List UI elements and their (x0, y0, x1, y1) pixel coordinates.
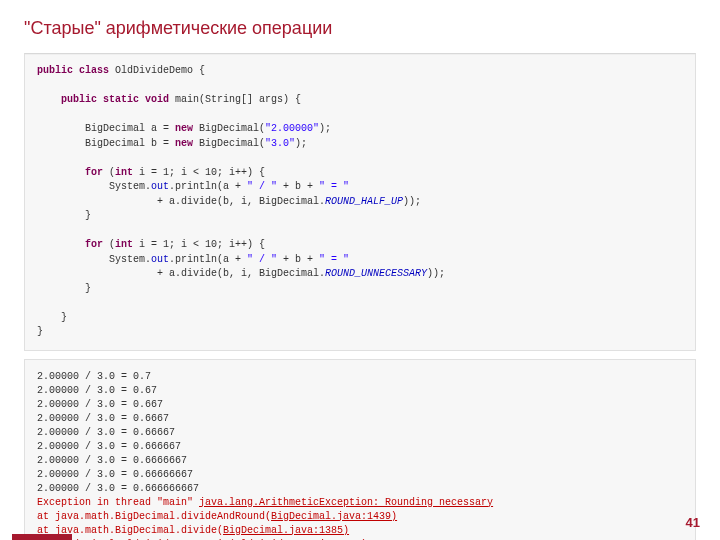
output-line: 2.00000 / 3.0 = 0.66667 (37, 427, 175, 438)
code-token: + a.divide(b, i, BigDecimal. (37, 268, 325, 279)
err-link: java.lang.ArithmeticException (199, 497, 373, 508)
code-token: ); (319, 123, 331, 134)
code-token: BigDecimal( (193, 138, 265, 149)
code-token: class (73, 65, 109, 76)
output-line: 2.00000 / 3.0 = 0.7 (37, 371, 151, 382)
code-token: i = 1; i < 10; i++) { (133, 167, 265, 178)
output-line: 2.00000 / 3.0 = 0.67 (37, 385, 157, 396)
code-token: for (85, 239, 103, 250)
page-number: 41 (686, 515, 700, 530)
code-token: )); (403, 196, 421, 207)
code-token: ( (103, 167, 115, 178)
code-token: System. (109, 254, 151, 265)
code-token: ); (295, 138, 307, 149)
code-token: static (97, 94, 139, 105)
output-line: 2.00000 / 3.0 = 0.6666667 (37, 455, 187, 466)
footer-accent (12, 534, 72, 540)
code-token: " = " (319, 254, 349, 265)
code-token: void (139, 94, 169, 105)
code-token: OldDivideDemo { (109, 65, 205, 76)
code-token: )); (427, 268, 445, 279)
code-token: + a.divide(b, i, BigDecimal. (37, 196, 325, 207)
code-token: } (61, 312, 67, 323)
code-token: i = 1; i < 10; i++) { (133, 239, 265, 250)
stack-line: at java.math.BigDecimal.divideAndRound(B… (37, 511, 397, 522)
output-line: 2.00000 / 3.0 = 0.666666667 (37, 483, 199, 494)
output-line: 2.00000 / 3.0 = 0.6667 (37, 413, 169, 424)
code-token: " / " (247, 181, 277, 192)
output-line: 2.00000 / 3.0 = 0.66666667 (37, 469, 193, 480)
code-token: for (85, 167, 103, 178)
code-token: BigDecimal b = (85, 138, 175, 149)
err-link: BigDecimal.java:1439) (271, 511, 397, 522)
code-token: BigDecimal a = (85, 123, 175, 134)
code-token: } (37, 326, 43, 337)
code-block: public class OldDivideDemo { public stat… (24, 53, 696, 351)
output-block: 2.00000 / 3.0 = 0.7 2.00000 / 3.0 = 0.67… (24, 359, 696, 541)
code-token: BigDecimal( (193, 123, 265, 134)
stack-line: at java.math.BigDecimal.divide(BigDecima… (37, 525, 349, 536)
code-token: "2.00000" (265, 123, 319, 134)
err-text: at java.math.BigDecimal.divideAndRound( (37, 511, 271, 522)
code-token: main(String[] args) { (169, 94, 301, 105)
err-text: : Rounding necessary (373, 497, 493, 508)
code-token: new (175, 138, 193, 149)
code-token: public (61, 94, 97, 105)
code-token: int (115, 167, 133, 178)
code-token: + b + (277, 254, 319, 265)
code-token: ROUND_UNNECESSARY (325, 268, 427, 279)
exception-line: Exception in thread "main" java.lang.Ari… (37, 497, 493, 508)
code-token: ROUND_HALF_UP (325, 196, 403, 207)
code-token: + b + (277, 181, 319, 192)
code-token: " = " (319, 181, 349, 192)
code-token: out (151, 181, 169, 192)
code-token: public (37, 65, 73, 76)
output-line: 2.00000 / 3.0 = 0.667 (37, 399, 163, 410)
code-token: int (115, 239, 133, 250)
output-line: 2.00000 / 3.0 = 0.666667 (37, 441, 181, 452)
code-token: } (85, 210, 91, 221)
err-text: Exception in thread "main" (37, 497, 199, 508)
code-token: .println(a + (169, 254, 247, 265)
code-token: System. (109, 181, 151, 192)
code-token: out (151, 254, 169, 265)
code-token: ( (103, 239, 115, 250)
slide-title: "Старые" арифметические операции (0, 0, 720, 53)
err-link: BigDecimal.java:1385) (223, 525, 349, 536)
code-token: "3.0" (265, 138, 295, 149)
code-token: .println(a + (169, 181, 247, 192)
code-token: new (175, 123, 193, 134)
code-token: } (85, 283, 91, 294)
code-token: " / " (247, 254, 277, 265)
